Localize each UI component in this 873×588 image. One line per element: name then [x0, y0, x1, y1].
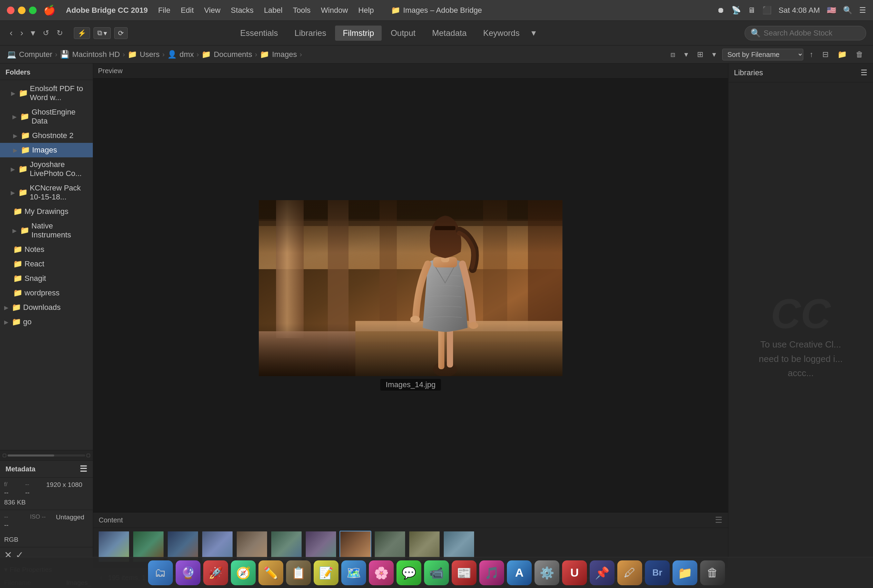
tab-metadata[interactable]: Metadata [424, 26, 474, 41]
dock-music[interactable]: 🎵 [479, 560, 504, 585]
menu-help[interactable]: Help [358, 6, 374, 15]
dock-siri[interactable]: 🔮 [176, 560, 201, 585]
menu-view[interactable]: View [204, 6, 220, 15]
dock-finder2[interactable]: 📁 [672, 560, 698, 585]
folder-images[interactable]: ▶ 📁 Images [0, 143, 93, 158]
scroll-left[interactable] [3, 454, 6, 457]
camera-raw-btn[interactable]: ⚡ [74, 27, 90, 39]
folder-icon: 📁 [21, 146, 30, 154]
minimize-button[interactable] [18, 6, 26, 14]
dock-launchpad[interactable]: 🚀 [203, 560, 228, 585]
history-button[interactable]: ▾ [28, 26, 38, 40]
control-center-icon[interactable]: ☰ [859, 6, 866, 15]
folder-snagit[interactable]: 📁 Snagit [0, 271, 93, 286]
folder-notes[interactable]: 📁 Notes [0, 242, 93, 257]
folder-react[interactable]: 📁 React [0, 257, 93, 271]
folder-go[interactable]: ▶ 📁 go [0, 315, 93, 329]
folder-kcncrew[interactable]: ▶ 📁 KCNcrew Pack 10-15-18... [0, 181, 93, 204]
folder-arrow: ▶ [11, 166, 15, 172]
tab-libraries[interactable]: Libraries [287, 26, 334, 41]
dock-facetime[interactable]: 📹 [424, 560, 449, 585]
apple-menu[interactable]: 🍎 [44, 4, 56, 16]
dock-systemprefs[interactable]: ⚙️ [534, 560, 560, 585]
dock-bridge[interactable]: Br [645, 560, 670, 585]
filter-button[interactable]: ⧈ [668, 49, 678, 60]
menu-label[interactable]: Label [264, 6, 283, 15]
iso-cell: -- -- [4, 513, 23, 529]
breadcrumb-actions: ⧈ ▾ ⊞ ▾ Sort by Filename Sort by Date Cr… [668, 49, 866, 60]
scroll-right[interactable] [87, 454, 90, 457]
folder-native[interactable]: ▶ 📁 Native Instruments [0, 219, 93, 242]
more-tabs-button[interactable]: ▾ [529, 26, 538, 40]
forward-button[interactable]: › [18, 26, 26, 40]
sort-select[interactable]: Sort by Filename Sort by Date Created So… [722, 49, 803, 60]
folder-downloads[interactable]: ▶ 📁 Downloads [0, 300, 93, 315]
dock-safari[interactable]: 🧭 [231, 560, 256, 585]
breadcrumb-users[interactable]: Users [140, 50, 159, 59]
tab-output[interactable]: Output [383, 26, 423, 41]
dock-finder[interactable]: 🗂 [148, 560, 173, 585]
tab-essentials[interactable]: Essentials [232, 26, 285, 41]
menu-edit[interactable]: Edit [181, 6, 194, 15]
svg-rect-15 [447, 326, 453, 368]
view-mode-btn[interactable]: ⊟ [819, 49, 831, 60]
tab-filmstrip[interactable]: Filmstrip [335, 26, 382, 41]
folder-drawings[interactable]: 📁 My Drawings [0, 204, 93, 219]
tab-keywords[interactable]: Keywords [476, 26, 527, 41]
redo-button[interactable]: ↻ [54, 27, 66, 39]
folder-ghostengine[interactable]: ▶ 📁 GhostEngine Data [0, 105, 93, 128]
menu-bar: 🍎 Adobe Bridge CC 2019 File Edit View St… [44, 4, 374, 16]
dock-maps[interactable]: 🗺️ [341, 560, 366, 585]
sort-direction-btn[interactable]: ↑ [807, 49, 816, 60]
dock-messages[interactable]: 💬 [396, 560, 422, 585]
menu-adobe-bridge[interactable]: Adobe Bridge CC 2019 [66, 6, 148, 15]
breadcrumb-hd[interactable]: Macintosh HD [72, 50, 120, 59]
breadcrumb-documents[interactable]: Documents [214, 50, 252, 59]
breadcrumb-dmx[interactable]: dmx [179, 50, 194, 59]
folder-label: KCNcrew Pack 10-15-18... [30, 184, 88, 201]
menu-stacks[interactable]: Stacks [231, 6, 254, 15]
view-settings-btn[interactable]: ⊞ [694, 49, 706, 60]
dock-vectorize[interactable]: ✏️ [258, 560, 283, 585]
filter-dropdown[interactable]: ▾ [681, 49, 691, 60]
libraries-menu-icon[interactable]: ☰ [861, 68, 867, 77]
menu-tools[interactable]: Tools [293, 6, 310, 15]
back-button[interactable]: ‹ [7, 26, 15, 40]
search-box: 🔍 [745, 26, 866, 40]
dock-ukelele[interactable]: U [562, 560, 587, 585]
folder-joyoshare[interactable]: ▶ 📁 Joyoshare LivePhoto Co... [0, 158, 93, 181]
undo-button[interactable]: ↺ [40, 27, 52, 39]
scrollbar-thumb[interactable] [8, 454, 54, 456]
folder-ghostnote[interactable]: ▶ 📁 Ghostnote 2 [0, 128, 93, 143]
dock-notes-file[interactable]: 📋 [286, 560, 311, 585]
content-menu-icon[interactable]: ☰ [715, 515, 723, 525]
breadcrumb-computer[interactable]: Computer [19, 50, 52, 59]
dock-charcoal[interactable]: 🖊 [617, 560, 642, 585]
folder-label: Joyoshare LivePhoto Co... [30, 160, 88, 178]
users-icon: 📁 [128, 50, 137, 59]
dock-appstore[interactable]: A [507, 560, 532, 585]
dock-news[interactable]: 📰 [452, 560, 477, 585]
close-button[interactable] [7, 6, 15, 14]
menu-window[interactable]: Window [321, 6, 348, 15]
menu-file[interactable]: File [158, 6, 170, 15]
search-system-icon[interactable]: 🔍 [843, 6, 852, 15]
filter2-btn[interactable]: ▾ [710, 49, 719, 60]
new-folder-btn[interactable]: 📁 [835, 49, 849, 60]
delete-btn[interactable]: 🗑 [853, 49, 866, 60]
dock-trash[interactable]: 🗑 [700, 560, 725, 585]
copy-dropdown[interactable]: ▾ [104, 29, 107, 37]
folder-label: Ghostnote 2 [32, 131, 74, 140]
copy-btn[interactable]: ⧉ ▾ [93, 27, 111, 39]
dock-photos[interactable]: 🌸 [369, 560, 394, 585]
breadcrumb-sep-5: › [255, 50, 257, 58]
folder-wordpress[interactable]: 📁 wordpress [0, 286, 93, 300]
maximize-button[interactable] [29, 6, 37, 14]
dock-pastebot[interactable]: 📌 [590, 560, 615, 585]
folder-enolsoft[interactable]: ▶ 📁 Enolsoft PDF to Word w... [0, 81, 93, 105]
sync-btn[interactable]: ⟳ [114, 27, 128, 39]
dock-notes[interactable]: 📝 [314, 560, 339, 585]
metadata-menu-icon[interactable]: ☰ [80, 464, 87, 474]
search-input[interactable] [764, 28, 860, 38]
breadcrumb-images[interactable]: Images [272, 50, 297, 59]
